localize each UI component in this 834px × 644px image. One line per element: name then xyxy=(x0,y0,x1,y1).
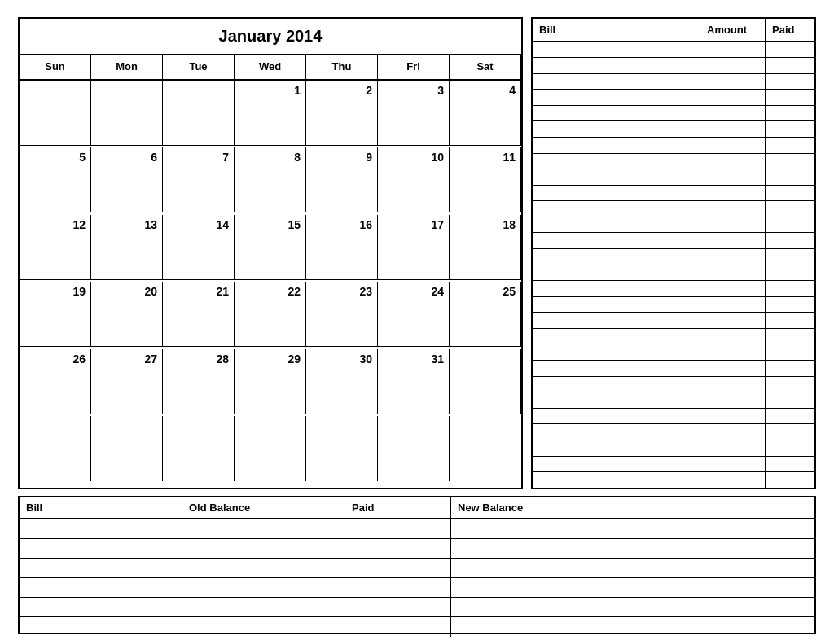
bills-right-row xyxy=(533,424,814,440)
bills-right-cell-amount xyxy=(700,297,766,313)
bills-right-row xyxy=(533,217,814,234)
calendar-day-24: 24 xyxy=(378,282,450,347)
bills-right-cell-amount xyxy=(700,90,766,105)
bills-right-row xyxy=(533,440,814,457)
bills-right-cell-paid xyxy=(766,217,814,233)
calendar-day-16: 16 xyxy=(306,215,378,280)
bills-right-header: Bill Amount Paid xyxy=(533,19,814,42)
calendar-day-29: 29 xyxy=(235,349,306,414)
bills-right-cell-bill xyxy=(533,457,700,472)
bills-right-row xyxy=(533,154,814,170)
calendar-title: January 2014 xyxy=(20,19,521,55)
bills-right-cell-bill xyxy=(533,377,700,392)
calendar-day-30: 30 xyxy=(306,349,378,414)
bills-right-cell-paid xyxy=(766,313,814,328)
bills-right-cell-bill xyxy=(533,424,700,440)
bottom-cell-bill xyxy=(20,578,182,597)
bills-right-cell-bill xyxy=(533,169,700,185)
calendar-day-empty xyxy=(450,416,521,481)
bottom-cell-bill xyxy=(20,617,182,637)
bills-right-cell-bill xyxy=(533,297,700,313)
bills-right-cell-amount xyxy=(700,265,766,281)
bills-right-cell-paid xyxy=(766,297,814,313)
bills-right-cell-amount xyxy=(700,42,766,58)
bills-right-cell-paid xyxy=(766,169,814,185)
bills-right-cell-amount xyxy=(700,169,766,185)
bills-right-cell-amount xyxy=(700,58,766,73)
bottom-cell-new-balance xyxy=(451,617,814,637)
bills-right-cell-amount xyxy=(700,424,766,440)
bills-right-row xyxy=(533,138,814,154)
bills-right-cell-paid xyxy=(766,440,814,456)
bills-right-cell-bill xyxy=(533,42,700,58)
calendar-day-31: 31 xyxy=(378,349,450,414)
bills-header-amount: Amount xyxy=(700,19,766,41)
bottom-table-row xyxy=(20,559,814,578)
calendar-header-tue: Tue xyxy=(163,55,235,81)
calendar-day-5: 5 xyxy=(20,147,91,212)
calendar-day-13: 13 xyxy=(91,215,163,280)
bills-right-cell-bill xyxy=(533,265,700,281)
bills-right-cell-bill xyxy=(533,58,700,73)
calendar-day-empty xyxy=(163,81,235,146)
bills-right-cell-paid xyxy=(766,233,814,248)
bills-right-cell-bill xyxy=(533,249,700,265)
calendar-day-12: 12 xyxy=(20,215,91,280)
bills-right-cell-amount xyxy=(700,361,766,376)
bills-right-cell-amount xyxy=(700,138,766,153)
bills-right-cell-paid xyxy=(766,457,814,472)
bills-right-row xyxy=(533,201,814,217)
calendar-day-empty xyxy=(306,416,378,481)
calendar-day-7: 7 xyxy=(163,147,235,212)
bills-right-cell-bill xyxy=(533,409,700,424)
bottom-cell-paid xyxy=(345,617,451,637)
bills-right-cell-bill xyxy=(533,361,700,376)
bills-right-cell-amount xyxy=(700,249,766,265)
bottom-table-row xyxy=(20,519,814,539)
bottom-cell-bill xyxy=(20,519,182,538)
bills-right-cell-amount xyxy=(700,106,766,121)
calendar-day-20: 20 xyxy=(91,282,163,347)
calendar-day-11: 11 xyxy=(450,147,521,212)
bills-right-cell-bill xyxy=(533,440,700,456)
bills-right-cell-paid xyxy=(766,186,814,201)
calendar-day-8: 8 xyxy=(235,147,306,212)
bills-right-cell-amount xyxy=(700,121,766,137)
calendar-day-19: 19 xyxy=(20,282,91,347)
calendar-day-18: 18 xyxy=(450,215,521,280)
bills-right-cell-paid xyxy=(766,106,814,121)
calendar-grid: Sun Mon Tue Wed Thu Fri Sat 1 2 3 4 5 6 … xyxy=(20,55,521,484)
bills-right-cell-paid xyxy=(766,154,814,169)
bottom-cell-old-balance xyxy=(182,559,345,577)
bills-right-cell-paid xyxy=(766,74,814,90)
bills-right-row xyxy=(533,392,814,409)
calendar-day-15: 15 xyxy=(235,215,306,280)
bottom-cell-old-balance xyxy=(182,519,345,538)
calendar-day-empty xyxy=(91,81,163,146)
bills-right-row xyxy=(533,265,814,282)
bills-right-cell-amount xyxy=(700,392,766,408)
bills-right-cell-bill xyxy=(533,186,700,201)
bottom-cell-paid xyxy=(345,519,451,538)
bills-right-row xyxy=(533,74,814,90)
bills-right-cell-bill xyxy=(533,201,700,217)
bills-right-cell-amount xyxy=(700,329,766,344)
bottom-cell-old-balance xyxy=(182,539,345,558)
bottom-table-row xyxy=(20,539,814,559)
bills-right-cell-bill xyxy=(533,106,700,121)
calendar-day-empty xyxy=(20,416,91,481)
bills-right-row xyxy=(533,186,814,202)
bottom-cell-bill xyxy=(20,539,182,558)
calendar-day-14: 14 xyxy=(163,215,235,280)
bottom-cell-new-balance xyxy=(451,539,814,558)
bills-right-cell-paid xyxy=(766,90,814,105)
calendar-day-3: 3 xyxy=(378,81,450,146)
bottom-cell-paid xyxy=(345,598,451,616)
bills-right-cell-amount xyxy=(700,344,766,360)
calendar-day-4: 4 xyxy=(450,81,521,146)
bills-right-container: Bill Amount Paid xyxy=(531,17,816,489)
bills-header-paid: Paid xyxy=(766,19,814,41)
calendar-day-1: 1 xyxy=(235,81,306,146)
bottom-cell-paid xyxy=(345,578,451,597)
bills-right-cell-paid xyxy=(766,121,814,137)
